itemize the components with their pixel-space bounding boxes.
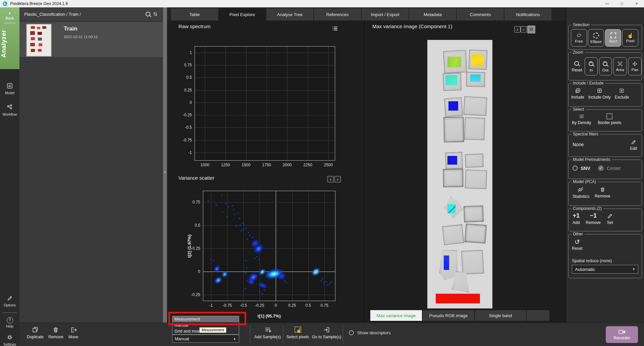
remove-model-button[interactable]: Remove [595,186,610,199]
image-tab-pseudo-rgb-image[interactable]: Pseudo RGB image [423,310,474,321]
tab-notifications[interactable]: Notifications [504,8,551,20]
include-only-button[interactable]: Include Only [588,88,611,100]
search-icon[interactable] [146,12,150,16]
border-pixels-button[interactable]: Border pixels [598,113,621,125]
app-logo-icon: b. [3,1,7,6]
variance-scatter-plot[interactable]: t[2] (1.97%) t[1] (95.7%) -1-0.75-0.5-0.… [203,191,335,301]
plastic-piece[interactable] [465,154,484,168]
recorder-button[interactable]: Recorder [606,326,638,343]
scatter-point [262,293,263,294]
center-checkbox[interactable]: ✓ [598,165,604,171]
scatter-point [225,203,227,205]
pixel-select-button[interactable]: ☝ Pixel [622,29,638,47]
statistics-button[interactable]: Statistics [573,186,589,199]
prev-component-button[interactable]: ‹ [327,176,334,182]
spatial-reduce-label: Spatial reduce (none) [572,258,612,263]
collapse-left-icon[interactable]: ‹ [163,169,167,174]
item-title: Train [64,25,77,32]
next-component-button[interactable]: › [334,176,341,182]
next-image-button[interactable]: › [521,26,527,33]
x-tick-label: 2250 [303,163,312,167]
sort-icon[interactable] [152,11,158,17]
plastic-piece[interactable] [461,250,484,274]
include-button[interactable]: Include [571,88,584,100]
reset-other-button[interactable]: ↺ Reset [572,239,582,251]
tab-metadata[interactable]: Metadata [409,8,456,20]
show-descriptors-toggle[interactable]: Show descriptors [349,330,391,335]
image-tab-spare[interactable] [527,310,549,321]
breadcrumb[interactable]: Plastic_Classification / Train / [24,12,81,17]
zoom-reset-button[interactable]: Reset [571,61,583,72]
panel-splitter[interactable]: ‹ [163,7,167,323]
model-chart-icon [6,82,13,89]
rect-select-button[interactable]: Rect [605,29,621,47]
zoom-area-button[interactable]: Area [613,57,627,75]
sidebar-item-options[interactable]: Options [0,295,19,307]
plastic-piece[interactable] [465,224,487,243]
edit-filters-button[interactable]: Edit [630,139,637,151]
ellipse-select-button[interactable]: Ellipse [588,29,604,47]
zoom-in-button[interactable]: + In [585,57,597,75]
sidebar-item-settings[interactable]: Settings [0,334,19,346]
list-item-train[interactable]: Train 2022-02-01 11:00:16 [19,22,163,57]
image-panel-title: Max variance image (Component 1) [372,23,452,29]
image-view-tabs: Max variance imagePseudo RGB imageSingle… [370,310,549,321]
raw-spectrum-plot[interactable]: 100012501500175020002250250010.750.50.25… [195,46,335,161]
plastic-piece[interactable] [463,96,487,116]
sidebar-back-section[interactable]: ‹ Back Analyzer [0,7,19,69]
y-tick-label: -0.25 [183,113,192,117]
image-tab-single-band[interactable]: Single band [475,310,526,321]
prev-image-button[interactable]: ‹ [514,26,521,33]
free-select-button[interactable]: Free [571,29,587,47]
zoom-out-button[interactable]: − Out [599,57,612,75]
remove-component-button[interactable]: −1 Remove [586,212,601,225]
set-components-button[interactable]: Set [607,213,613,225]
close-button[interactable]: × [629,0,644,7]
tab-analyse-tree[interactable]: Analyse Tree [266,8,313,20]
plastic-piece[interactable] [443,117,464,142]
thumbnail-mark [38,32,42,35]
add-component-button[interactable]: +1 Add [573,212,580,225]
minimize-button[interactable]: — [600,0,614,7]
add-samples-button[interactable]: Add Sample(s) [254,326,281,339]
y-tick-label: 0.5 [195,223,200,228]
tab-references[interactable]: References [314,8,361,20]
go-to-samples-button[interactable]: Go to Sample(s) [312,326,341,339]
tab-pixel-explore[interactable]: Pixel Explore [219,8,266,20]
tab-import-export[interactable]: Import / Export [362,8,409,20]
x-tick-label: -0.25 [255,303,264,308]
select-pixels-button[interactable]: ☝ Select pixels [286,326,309,339]
plastic-piece[interactable] [464,117,485,140]
plastic-piece[interactable] [442,224,464,245]
snv-radio[interactable] [573,166,578,171]
move-button[interactable]: Move [68,326,78,339]
tab-table[interactable]: Table [171,8,218,20]
spatial-reduce-select[interactable]: Automatic ▼ [572,265,638,274]
go-to-samples-label: Go to Sample(s) [312,335,341,339]
legend-list-icon[interactable] [331,25,339,32]
scatter-point [254,258,255,259]
sidebar-item-help[interactable]: ? Help [0,317,19,328]
sample-mode-select[interactable]: Manual ▲ [172,335,239,343]
plastic-piece[interactable] [465,170,487,189]
trash-icon [599,186,606,193]
sidebar-item-workflow[interactable]: Workflow [0,104,19,116]
remove-button[interactable]: Remove [48,326,63,339]
scatter-point [252,237,253,238]
sidebar-item-model[interactable]: Model [0,82,19,95]
scatter-point [247,238,248,240]
scatter-point [320,280,322,282]
layers-button[interactable] [527,25,535,34]
pan-button[interactable]: Pan [628,57,642,75]
duplicate-button[interactable]: Duplicate [27,326,44,339]
gridline [195,127,335,128]
maximize-button[interactable]: □ [614,0,629,7]
image-tab-max-variance-image[interactable]: Max variance image [370,310,422,321]
exclude-button[interactable]: Exclude [614,88,629,100]
plastic-piece[interactable] [443,169,463,187]
by-density-button[interactable]: By Density [572,113,591,125]
show-descriptors-radio[interactable] [349,330,354,335]
tab-comments[interactable]: Comments [457,8,504,20]
plastic-piece[interactable] [464,206,484,222]
hyperspectral-image[interactable] [427,40,492,308]
